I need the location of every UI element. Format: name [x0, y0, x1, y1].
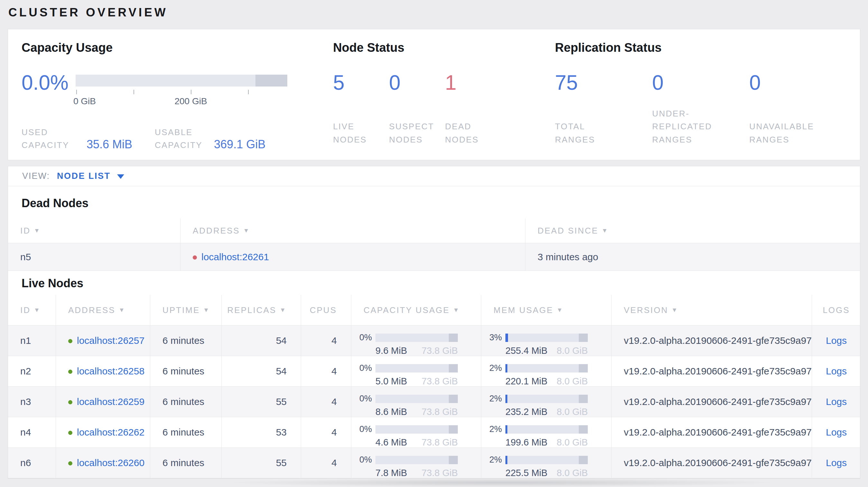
column-header-address[interactable]: ADDRESS▼ [181, 219, 525, 243]
capacity-usage-cell: 0%9.6 MiB73.8 GiB [351, 326, 481, 356]
stat-label: TOTAL RANGES [555, 120, 624, 146]
table-header-row: ID▼ADDRESS▼UPTIME▼REPLICAS▼CPUSCAPACITY … [8, 295, 860, 326]
column-header-label: ID [20, 305, 31, 315]
version-cell: v19.2.0-alpha.20190606-2491-gfe735c9a97 [612, 448, 812, 478]
column-header-label: REPLICAS [227, 305, 277, 315]
live-status-dot [68, 431, 72, 435]
column-header-label: LOGS [823, 305, 850, 315]
uptime-cell: 6 minutes [150, 417, 222, 448]
usage-values: 5.0 MiB73.8 GiB [375, 376, 458, 387]
usage-meter: 0% [351, 424, 481, 434]
table-row: n5localhost:262613 minutes ago [8, 243, 860, 271]
usage-percent: 2% [481, 455, 502, 465]
table-row: n2localhost:262586 minutes5440%5.0 MiB73… [8, 356, 860, 387]
view-selector-bar: VIEW: NODE LIST [8, 166, 860, 186]
table-row: n4localhost:262626 minutes5340%4.6 MiB73… [8, 417, 860, 448]
usable-capacity-value: 369.1 GiB [214, 138, 266, 151]
column-header-mem-usage[interactable]: MEM USAGE▼ [481, 295, 612, 325]
logs-link[interactable]: Logs [826, 427, 847, 437]
usage-bar-reserved-segment [579, 456, 588, 464]
usage-bar-reserved-segment [579, 364, 588, 372]
usage-bar-reserved-segment [449, 425, 458, 433]
uptime-cell: 6 minutes [150, 448, 222, 478]
node-address-link[interactable]: localhost:26257 [77, 335, 145, 346]
node-address-link[interactable]: localhost:26262 [77, 427, 145, 437]
logs-link[interactable]: Logs [826, 335, 847, 346]
replicas-cell: 54 [222, 326, 301, 356]
column-header-address[interactable]: ADDRESS▼ [56, 295, 150, 325]
usage-used-value: 220.1 MiB [505, 376, 548, 387]
column-header-replicas[interactable]: REPLICAS▼ [222, 295, 301, 325]
stat-dead-nodes: 1DEAD NODES [445, 71, 501, 146]
usage-bar-fill [505, 395, 507, 403]
usage-bar-fill [505, 425, 507, 433]
node-address-link[interactable]: localhost:26259 [77, 396, 145, 407]
sort-arrow-icon: ▼ [203, 306, 210, 314]
version-cell: v19.2.0-alpha.20190606-2491-gfe735c9a97 [612, 417, 812, 448]
live-status-dot [68, 339, 72, 343]
mem-usage-cell: 3%255.4 MiB8.0 GiB [481, 326, 612, 356]
usage-total-value: 8.0 GiB [557, 468, 588, 478]
stat-value: 1 [445, 71, 501, 95]
cluster-summary-card: Capacity Usage 0.0% 0 GiB 200 GiB [8, 29, 860, 160]
usage-total-value: 73.8 GiB [422, 346, 458, 356]
capacity-bar-axis: 0 GiB 200 GiB [75, 87, 287, 107]
table-row: n6localhost:262606 minutes5540%7.8 MiB73… [8, 448, 860, 478]
usage-meter: 0% [351, 363, 481, 373]
uptime-cell: 6 minutes [150, 326, 222, 356]
logs-link[interactable]: Logs [826, 366, 847, 376]
column-header-dead-since[interactable]: DEAD SINCE▼ [525, 219, 861, 243]
view-label: VIEW: [22, 171, 50, 181]
usage-bar-reserved-segment [579, 333, 588, 342]
dead-nodes-table: ID▼ADDRESS▼DEAD SINCE▼n5localhost:262613… [8, 219, 860, 271]
stat-total-ranges: 75TOTAL RANGES [555, 71, 624, 146]
column-header-label: CPUS [310, 305, 337, 315]
node-id-cell: n6 [8, 448, 56, 478]
logs-link[interactable]: Logs [826, 457, 847, 468]
stat-label: DEAD NODES [445, 120, 493, 146]
mem-usage-cell: 2%235.2 MiB8.0 GiB [481, 387, 612, 417]
usage-values: 220.1 MiB8.0 GiB [505, 376, 588, 387]
column-header-label: ADDRESS [193, 226, 240, 236]
usage-meter: 0% [351, 394, 481, 404]
usage-bar-track [375, 456, 458, 464]
usage-bar-track [505, 333, 588, 342]
column-header-label: ID [20, 226, 31, 236]
column-header-id[interactable]: ID▼ [8, 219, 181, 243]
usage-total-value: 73.8 GiB [422, 376, 458, 387]
logs-cell: Logs [812, 417, 861, 448]
dead-nodes-heading: Dead Nodes [8, 186, 860, 219]
usage-used-value: 235.2 MiB [505, 407, 548, 417]
usage-bar-track [505, 425, 588, 433]
node-address-link[interactable]: localhost:26258 [77, 366, 145, 376]
column-header-label: MEM USAGE [494, 305, 553, 315]
dead-since-cell: 3 minutes ago [525, 243, 861, 270]
stat-label: UNDER-REPLICATED RANGES [652, 107, 721, 146]
logs-cell: Logs [812, 356, 861, 387]
node-address-cell: localhost:26258 [56, 356, 150, 387]
logs-link[interactable]: Logs [826, 396, 847, 407]
chevron-down-icon[interactable] [117, 174, 124, 179]
column-header-logs: LOGS [812, 295, 861, 325]
cpus-cell: 4 [301, 448, 351, 478]
sort-arrow-icon: ▼ [119, 306, 126, 314]
usage-meter: 2% [481, 455, 611, 465]
cpus-cell: 4 [301, 326, 351, 356]
axis-tick [191, 90, 191, 94]
replicas-cell: 55 [222, 387, 301, 417]
capacity-usage-chart: 0.0% 0 GiB 200 GiB [22, 71, 333, 107]
node-address-link[interactable]: localhost:26260 [77, 457, 145, 468]
view-dropdown[interactable]: NODE LIST [57, 171, 111, 181]
logs-cell: Logs [812, 326, 861, 356]
node-id-cell: n4 [8, 417, 56, 448]
column-header-capacity-usage[interactable]: CAPACITY USAGE▼ [351, 295, 481, 325]
node-id-cell: n1 [8, 326, 56, 356]
dead-node-address-link[interactable]: localhost:26261 [202, 252, 269, 262]
stat-value: 5 [333, 71, 389, 95]
usage-bar-reserved-segment [449, 364, 458, 372]
usage-percent: 2% [481, 424, 502, 434]
column-header-id[interactable]: ID▼ [8, 295, 56, 325]
column-header-version[interactable]: VERSION▼ [612, 295, 812, 325]
column-header-uptime[interactable]: UPTIME▼ [150, 295, 222, 325]
usage-bar-reserved-segment [449, 395, 458, 403]
